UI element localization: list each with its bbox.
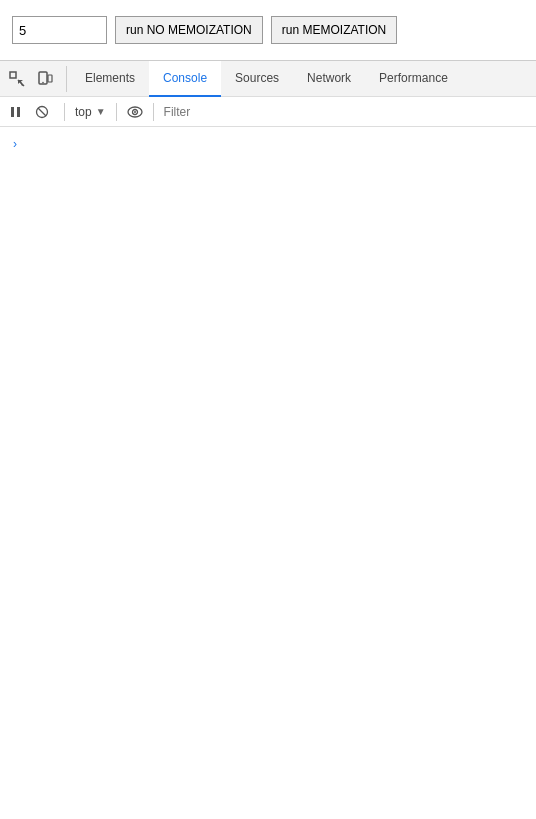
devtools-panel: Elements Console Sources Network Perform…: [0, 60, 536, 819]
toolbar-divider-2: [116, 103, 117, 121]
devtools-left-icons: [4, 66, 67, 92]
tab-sources[interactable]: Sources: [221, 61, 293, 97]
svg-rect-2: [48, 75, 52, 82]
console-left-icons: [4, 100, 60, 124]
filter-input[interactable]: [158, 105, 532, 119]
console-messages-icon[interactable]: [4, 100, 28, 124]
inspect-icon[interactable]: [4, 66, 30, 92]
svg-point-3: [42, 81, 44, 83]
console-content: ›: [0, 127, 536, 819]
svg-point-8: [134, 111, 136, 113]
number-input[interactable]: 5: [12, 16, 107, 44]
svg-rect-0: [10, 72, 16, 78]
tab-network[interactable]: Network: [293, 61, 365, 97]
tab-elements[interactable]: Elements: [71, 61, 149, 97]
run-memo-button[interactable]: run MEMOIZATION: [271, 16, 397, 44]
svg-line-5: [38, 108, 46, 116]
toolbar-divider: [64, 103, 65, 121]
clear-console-icon[interactable]: [30, 100, 54, 124]
context-dropdown-arrow: ▼: [96, 106, 106, 117]
context-selector[interactable]: top ▼: [69, 101, 112, 123]
console-toolbar: top ▼: [0, 97, 536, 127]
toolbar-divider-3: [153, 103, 154, 121]
devtools-toolbar: Elements Console Sources Network Perform…: [0, 61, 536, 97]
run-no-memo-button[interactable]: run NO MEMOIZATION: [115, 16, 263, 44]
context-value: top: [75, 105, 92, 119]
watch-expressions-icon[interactable]: [123, 100, 147, 124]
device-icon[interactable]: [32, 66, 58, 92]
tab-console[interactable]: Console: [149, 61, 221, 97]
devtools-tabs: Elements Console Sources Network Perform…: [71, 61, 462, 97]
page-content: 5 run NO MEMOIZATION run MEMOIZATION: [0, 0, 536, 60]
tab-performance[interactable]: Performance: [365, 61, 462, 97]
console-expand-arrow[interactable]: ›: [8, 137, 22, 151]
